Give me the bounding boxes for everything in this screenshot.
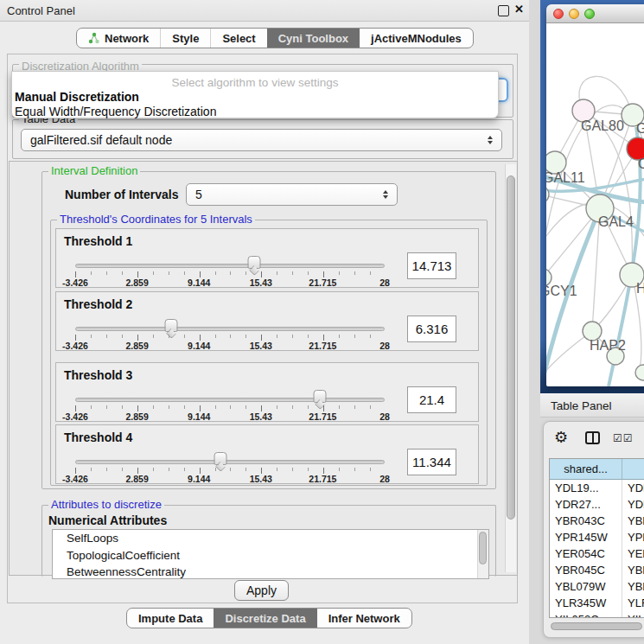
tab-label: Network <box>105 32 149 45</box>
node-label: GAL11 <box>546 170 585 185</box>
combo-spinner-icon <box>488 136 493 144</box>
slider-track[interactable] <box>75 398 385 402</box>
threshold-slider[interactable]: -3.426 2.859 9.144 15.43 21.715 28 <box>75 363 385 423</box>
node-attribute-table[interactable]: shared... n YDL19...YDL1 YDR27...YDR2 YB… <box>549 458 644 618</box>
tab-select[interactable]: Select <box>210 29 266 48</box>
slider-thumb[interactable] <box>214 452 227 465</box>
tab-style[interactable]: Style <box>160 29 210 48</box>
table-row[interactable]: YDR27...YDR2 <box>550 496 644 513</box>
table-panel-title: Table Panel <box>551 399 612 412</box>
table-header-row: shared... n <box>550 459 644 480</box>
table-row[interactable]: YLR345WYLR3 <box>550 595 644 611</box>
thresholds-group-label: Threshold's Coordinates for 5 Intervals <box>57 214 255 226</box>
tab-infer-network[interactable]: Infer Network <box>317 609 411 628</box>
threshold-slider[interactable]: -3.426 2.859 9.144 15.43 21.715 28 <box>75 229 385 289</box>
float-window-icon[interactable] <box>498 5 509 16</box>
slider-thumb[interactable] <box>313 390 326 403</box>
threshold-value-field[interactable]: 11.344 <box>407 449 456 475</box>
top-tab-bar: Network Style Select Cyni Toolbox jActiv… <box>76 28 474 48</box>
gear-icon[interactable]: ⚙ <box>554 430 568 445</box>
panel-divider[interactable] <box>529 0 540 644</box>
list-item[interactable]: SelfLoops <box>53 530 488 547</box>
threshold-slider[interactable]: -3.426 2.859 9.144 15.43 21.715 28 <box>75 292 385 352</box>
network-window[interactable]: GAL80 GA C GAL11 GAL4 GCY1 H HAP2 <box>546 4 644 386</box>
table-panel-header: Table Panel <box>540 393 644 418</box>
node-label: GA <box>636 121 644 136</box>
table-data-combobox[interactable]: galFiltered.sif default node <box>21 129 502 151</box>
tab-discretize-data[interactable]: Discretize Data <box>214 609 316 628</box>
network-window-titlebar[interactable] <box>546 4 644 23</box>
tab-cyni-toolbox[interactable]: Cyni Toolbox <box>267 29 360 48</box>
threshold-value-field[interactable]: 21.4 <box>407 386 456 413</box>
table-row[interactable]: YER054CYER0 <box>550 545 644 562</box>
numerical-attributes-list[interactable]: SelfLoops TopologicalCoefficient Between… <box>52 529 489 579</box>
list-item[interactable]: TopologicalCoefficient <box>53 547 488 564</box>
attributes-list-scroll-thumb[interactable] <box>479 532 487 564</box>
node-label: GCY1 <box>546 284 577 298</box>
split-columns-icon[interactable] <box>585 431 600 444</box>
list-item[interactable]: BetweennessCentrality <box>53 564 488 581</box>
close-icon[interactable]: ✕ <box>514 3 524 16</box>
network-desktop: GAL80 GA C GAL11 GAL4 GCY1 H HAP2 <box>540 0 644 393</box>
panel-title: Control Panel <box>7 4 75 17</box>
control-panel-window: Control Panel ✕ Network Style Select Cyn… <box>0 0 530 644</box>
threshold-panel-2: Threshold 2 -3.426 2.859 9.144 15.43 21.… <box>55 291 479 351</box>
node[interactable] <box>546 186 549 203</box>
slider-ticks <box>75 468 386 474</box>
algorithm-dropdown-popup: Select algorithm to view settings Manual… <box>11 71 499 118</box>
slider-track[interactable] <box>75 264 385 268</box>
node-label: C <box>638 156 644 171</box>
threshold-value-field[interactable]: 6.316 <box>407 316 456 342</box>
slider-thumb[interactable] <box>164 319 177 332</box>
slider-track[interactable] <box>75 460 385 464</box>
algorithm-placeholder: Select algorithm to view settings <box>12 76 498 89</box>
slider-ticks <box>75 335 386 341</box>
node-label: GAL4 <box>598 214 634 229</box>
attributes-group-label: Attributes to discretize <box>48 499 164 511</box>
num-intervals-label: Number of Intervals <box>65 188 178 201</box>
node[interactable] <box>635 365 644 380</box>
panel-scroll-thumb[interactable] <box>507 175 515 520</box>
close-traffic-light-icon[interactable] <box>553 9 564 19</box>
num-intervals-combobox[interactable]: 5 <box>186 183 398 206</box>
table-row[interactable]: YBR043CYBR0 <box>550 513 644 529</box>
column-header-shared-name[interactable]: shared... <box>550 459 622 480</box>
slider-tick-labels: -3.426 2.859 9.144 15.43 21.715 28 <box>75 341 385 351</box>
threshold-value-field[interactable]: 14.713 <box>407 252 456 279</box>
tab-network[interactable]: Network <box>77 29 160 48</box>
interval-definition-label: Interval Definition <box>48 165 140 177</box>
node-label: HAP2 <box>590 338 626 353</box>
threshold-panel-3: Threshold 3 -3.426 2.859 9.144 15.43 21.… <box>55 362 479 422</box>
table-row[interactable]: YDL19...YDL1 <box>550 480 644 496</box>
threshold-panel-1: Threshold 1 -3.426 2.859 9.144 15.43 21.… <box>55 228 479 288</box>
table-row[interactable]: YPR145WYPR1 <box>550 529 644 545</box>
network-icon <box>88 32 99 44</box>
slider-tick-labels: -3.426 2.859 9.144 15.43 21.715 28 <box>75 474 385 484</box>
algorithm-option-equal-width[interactable]: Equal Width/Frequency Discretization <box>12 104 498 118</box>
network-canvas[interactable]: GAL80 GA C GAL11 GAL4 GCY1 H HAP2 <box>546 23 644 386</box>
tab-impute-data[interactable]: Impute Data <box>127 609 214 628</box>
tab-jactivemnodules[interactable]: jActiveMNodules <box>360 29 473 48</box>
numerical-attributes-heading: Numerical Attributes <box>48 513 167 527</box>
table-row[interactable]: YIL052CYIL0 <box>550 611 644 618</box>
column-header-name[interactable]: n <box>622 459 644 480</box>
apply-button[interactable]: Apply <box>234 580 289 601</box>
table-horizontal-scroll-thumb[interactable] <box>551 622 642 630</box>
node-label: H <box>636 281 644 296</box>
slider-thumb[interactable] <box>247 256 260 269</box>
table-row[interactable]: YBR045CYBR0 <box>550 562 644 578</box>
bottom-tab-bar: Impute Data Discretize Data Infer Networ… <box>126 608 412 628</box>
combo-spinner-icon <box>383 190 388 199</box>
threshold-slider[interactable]: -3.426 2.859 9.144 15.43 21.715 28 <box>75 425 385 485</box>
slider-track[interactable] <box>75 327 385 331</box>
control-panel-titlebar: Control Panel ✕ <box>0 0 529 22</box>
table-row[interactable]: YBL079WYBL0 <box>550 578 644 595</box>
checkbox-icons[interactable]: ☑☑ <box>613 432 634 444</box>
slider-tick-labels: -3.426 2.859 9.144 15.43 21.715 28 <box>75 277 385 288</box>
node-label: GAL80 <box>581 118 624 133</box>
screen: Control Panel ✕ Network Style Select Cyn… <box>0 0 644 644</box>
slider-ticks <box>75 405 386 411</box>
zoom-traffic-light-icon[interactable] <box>584 9 595 19</box>
minimize-traffic-light-icon[interactable] <box>569 9 579 19</box>
algorithm-option-manual[interactable]: Manual Discretization <box>12 89 498 104</box>
